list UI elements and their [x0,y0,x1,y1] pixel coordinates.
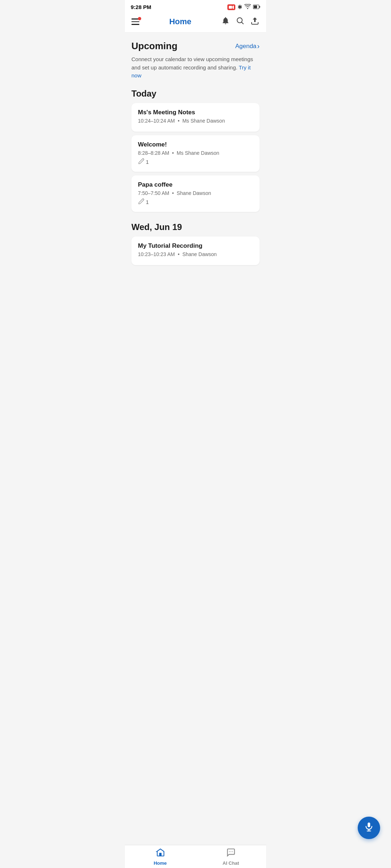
meeting-card-1[interactable]: Ms's Meeting Notes 10:24–10:24 AM • Ms S… [131,103,260,132]
clip-icon-2 [138,158,144,166]
status-bar: 9:28 PM ✱ [125,0,266,13]
meeting-card-wed-1[interactable]: My Tutorial Recording 10:23–10:23 AM • S… [131,237,260,265]
clip-row-3: 1 [138,198,253,206]
meeting-meta-3: 7:50–7:50 AM • Shane Dawson [138,190,253,196]
meeting-title-wed-1: My Tutorial Recording [138,242,253,250]
upcoming-section-header: Upcoming Agenda [131,41,260,52]
status-icons: ✱ [227,4,260,10]
meeting-time-wed-1: 10:23–10:23 AM [138,251,175,257]
clip-icon-3 [138,198,144,206]
meeting-title-2: Welcome! [138,141,253,148]
meeting-meta-wed-1: 10:23–10:23 AM • Shane Dawson [138,251,253,257]
menu-notification-dot [138,17,141,20]
clip-row-2: 1 [138,158,253,166]
notification-icon[interactable] [221,16,230,27]
header-actions [221,16,260,27]
today-section: Today Ms's Meeting Notes 10:24–10:24 AM … [131,89,260,212]
bluetooth-icon: ✱ [237,4,242,10]
today-title: Today [131,89,260,99]
meeting-host-wed-1: Shane Dawson [182,251,217,257]
meeting-host-2: Ms Shane Dawson [177,150,219,156]
upload-icon[interactable] [250,16,260,27]
meeting-host-3: Shane Dawson [177,190,211,196]
meeting-host-1: Ms Shane Dawson [182,118,225,124]
clip-count-3: 1 [146,199,149,205]
meeting-card-2[interactable]: Welcome! 8:28–8:28 AM • Ms Shane Dawson … [131,135,260,172]
search-icon[interactable] [236,16,244,27]
battery-icon [253,4,260,10]
video-recording-icon [227,4,235,10]
upcoming-description: Connect your calendar to view upcoming m… [131,55,260,80]
svg-line-5 [242,22,244,24]
svg-marker-1 [232,5,234,9]
meeting-time-1: 10:24–10:24 AM [138,118,175,124]
svg-rect-0 [229,6,232,9]
meeting-title-3: Papa coffee [138,181,253,188]
meeting-time-3: 7:50–7:50 AM [138,190,169,196]
clip-count-2: 1 [146,159,149,165]
main-content: Upcoming Agenda Connect your calendar to… [125,33,266,307]
meeting-meta-2: 8:28–8:28 AM • Ms Shane Dawson [138,150,253,156]
menu-button[interactable] [131,18,139,25]
meeting-title-1: Ms's Meeting Notes [138,109,253,116]
meeting-meta-1: 10:24–10:24 AM • Ms Shane Dawson [138,118,253,124]
status-time: 9:28 PM [131,4,151,10]
wednesday-section: Wed, Jun 19 My Tutorial Recording 10:23–… [131,222,260,265]
meeting-time-2: 8:28–8:28 AM [138,150,169,156]
header: Home [125,13,266,33]
svg-rect-3 [254,5,257,8]
wednesday-title: Wed, Jun 19 [131,222,260,232]
meeting-card-3[interactable]: Papa coffee 7:50–7:50 AM • Shane Dawson … [131,175,260,212]
agenda-link[interactable]: Agenda [235,42,260,50]
upcoming-title: Upcoming [131,41,177,52]
wifi-icon [244,4,251,10]
header-title: Home [169,17,191,26]
